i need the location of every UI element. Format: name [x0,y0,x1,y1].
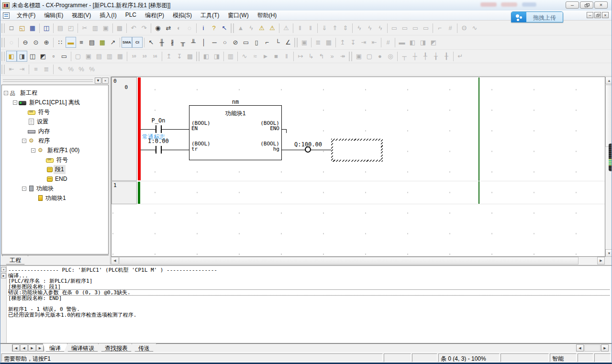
new-instruction-button[interactable]: ▭ [241,37,251,48]
increase-indent-button[interactable]: ⇥ [17,64,27,75]
output-line[interactable]: [梯形图段名称: END] [8,296,610,301]
properties-button[interactable]: ▭ [59,51,69,62]
tree-item-内存[interactable]: 内存 [2,126,108,136]
cross-reference-button[interactable]: ↗ [108,37,118,48]
new-closed-contact-button[interactable]: ∦ [167,37,178,48]
connect-line-button[interactable]: └ [272,37,283,48]
output-tab-查找报表[interactable]: 查找报表 [98,343,134,352]
output-line[interactable]: 已经用设置到单元版本1.0的程序检查选项检测了程序. [8,312,610,318]
new-or-closed-contact-button[interactable]: ╨ [188,37,199,48]
workspace-dropdown-button[interactable]: ▼ [95,77,101,84]
help-button[interactable]: ? [209,22,219,33]
insert-rung-above-button[interactable]: ↥ [337,37,348,48]
output-tab-编译错误[interactable]: 编译错误 [65,343,101,352]
fb-edit-button[interactable]: ▥ [104,51,115,62]
scroll-up-button[interactable]: ▲ [605,77,612,84]
monitor-window-2-button[interactable]: ▭ [400,22,410,33]
io-refresh-button[interactable]: ▣ [299,37,310,48]
usage-percent-2-button[interactable]: % [76,64,87,75]
differential-setting-button[interactable]: ≣ [313,37,323,48]
replace-button[interactable]: ⇄ [163,22,174,33]
new-or-contact-button[interactable]: ╥ [178,37,188,48]
hscroll-thumb[interactable] [119,257,579,265]
selected-cell[interactable] [331,139,383,162]
simulation-run-button[interactable]: ► [260,51,271,62]
invert-instruction-button[interactable]: ⌐ [262,37,272,48]
menu-编程(P)[interactable]: 编程(P) [141,11,168,21]
toggle-project-workspace-button[interactable]: ◧ [6,51,17,62]
ladder-canvas[interactable]: 0 0 1 P_On 常通标志 [111,77,605,257]
local-symbol-table-button[interactable]: ▦ [97,37,108,48]
mdi-close-button[interactable]: × [602,12,609,18]
delete-line-button[interactable]: ∠ [283,37,293,48]
new-vertical-line-button[interactable]: │ [199,37,209,48]
align-list-button[interactable]: ≡ [31,64,41,75]
page-setup-button[interactable]: ◫ [41,22,52,33]
simulation-stop-button[interactable]: ■ [271,51,281,62]
decrease-indent-button[interactable]: ⇤ [6,64,17,75]
tree-item-设置[interactable]: 设置 [2,117,108,126]
time-chart-monitor-button[interactable]: # [445,22,456,33]
fb-instance-name[interactable]: nm [189,99,282,105]
stack-down-button[interactable]: ╁ [431,51,441,62]
fb-io-table-button[interactable]: ▤ [94,51,104,62]
paste-button[interactable]: ▣ [100,22,111,33]
return-button[interactable]: ↵ [455,51,466,62]
context-help-button[interactable]: ↖ [219,22,230,33]
binary-monitor-button[interactable]: ▩ [185,51,195,62]
show-grid-button[interactable]: ∷ [55,37,66,48]
enable-breakpoints-button[interactable]: ● [375,51,385,62]
tree-expander[interactable]: - [13,100,17,105]
title-bar[interactable]: 未命名標題 - CX-Programmer - [新PLC1.新程序1.段1 [… [0,0,612,11]
force-on-button[interactable]: ϟ [354,22,365,33]
tree-item-新PLC1[CP1L] 离线[interactable]: -新PLC1[CP1L] 离线 [2,98,108,107]
contact-no-icon[interactable] [161,146,162,154]
step-out-button[interactable]: ↰ [316,51,327,62]
insert-rung-below-button[interactable]: ↧ [348,37,358,48]
output-line[interactable] [8,301,610,307]
mdi-minimize-button[interactable]: – [587,12,593,18]
tree-expander[interactable]: - [31,148,35,153]
watch-z-button[interactable]: ◧ [407,37,418,48]
check-all-button[interactable]: ⚠ [267,22,278,33]
compile-program-button[interactable]: ▲ [235,22,246,33]
set-on-button[interactable]: ↥ [164,51,174,62]
force-off-button[interactable]: ϟ [365,22,375,33]
stack-up-button[interactable]: ┼ [410,51,420,62]
immediate-refresh-button[interactable]: ▦ [323,37,334,48]
output-tab-传送[interactable]: 传送 [132,343,156,352]
workspace-grip[interactable] [3,79,93,82]
new-coil-button[interactable]: ○ [220,37,230,48]
minimize-button[interactable]: – [566,1,579,9]
monitor-window-4-button[interactable]: ▭ [421,22,431,33]
new-closed-coil-button[interactable]: ⊘ [230,37,241,48]
window-left-button[interactable]: ◧ [201,51,211,62]
monitor-hex-button[interactable]: 16 [150,51,160,62]
contact-no-icon[interactable] [156,146,156,154]
usage-percent-button[interactable]: % [66,64,76,75]
step-in-button[interactable]: ↳ [306,51,316,62]
print-preview-button[interactable]: ◰ [66,22,76,33]
toggle-address-reference-button[interactable]: ◩ [38,51,48,62]
disable-breakpoints-button[interactable]: ◎ [385,51,396,62]
menu-视图(V)[interactable]: 视图(V) [67,11,95,21]
watch-sheet-button[interactable]: ▥ [225,51,236,62]
menu-PLC[interactable]: PLC [121,11,141,21]
tree-expander[interactable]: - [4,91,8,95]
usage-percent-off-button[interactable]: % [87,64,97,75]
tree-item-符号[interactable]: 符号 [2,107,108,117]
stack-set-button[interactable]: ╀ [420,51,431,62]
show-rung-dividers-button[interactable]: # [383,37,393,48]
work-online-button[interactable]: ⚠ [281,22,291,33]
monitor-decimal-button[interactable]: 10 [129,51,139,62]
monitor-in-rung-button[interactable]: ▬ [397,37,407,48]
prev-tab-button[interactable]: ◀ [20,344,28,352]
fb-library-button[interactable]: ▢ [73,51,83,62]
output-line[interactable]: [梯形图段名称: 段1] [8,284,610,290]
tree-item-程序[interactable]: -程序 [2,136,108,145]
toggle-output-window-button[interactable]: ◨ [17,51,27,62]
menu-帮助(H)[interactable]: 帮助(H) [253,11,281,21]
output-coil-icon[interactable] [305,146,311,153]
zoom-out-button[interactable]: ⊖ [20,37,31,48]
watch-x-button[interactable]: ◨ [418,37,428,48]
